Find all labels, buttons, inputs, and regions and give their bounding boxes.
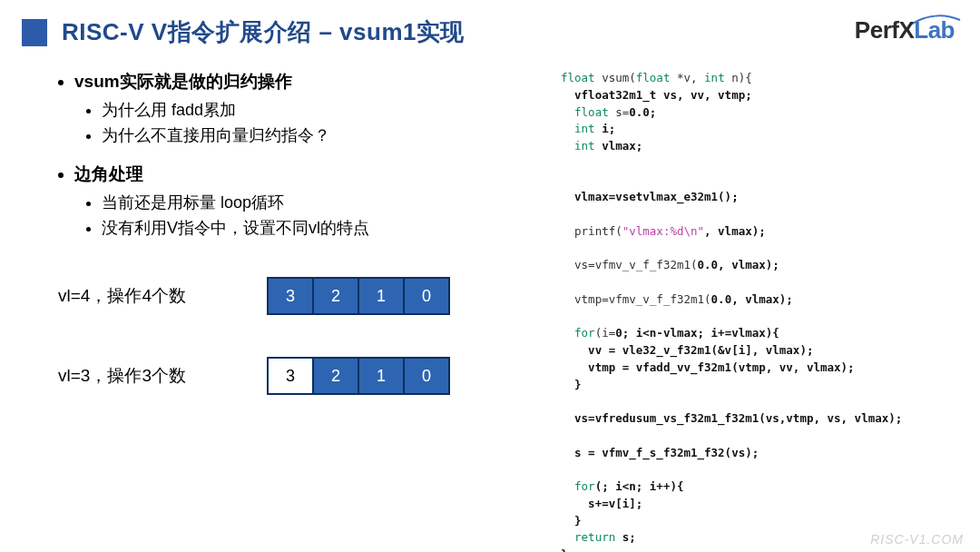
bullet-2a: 当前还是用标量 loop循环: [102, 192, 539, 213]
cell: 1: [359, 279, 405, 313]
cell: 2: [314, 279, 359, 313]
cell: 0: [405, 279, 448, 313]
title-accent: [22, 19, 47, 46]
bullet-2: 边角处理 当前还是用标量 loop循环 没有利用V指令中，设置不同vl的特点: [74, 163, 539, 239]
vl3-row: vl=3，操作3个数 3 2 1 0: [58, 357, 539, 395]
vl4-row: vl=4，操作4个数 3 2 1 0: [58, 277, 539, 315]
watermark: RISC-V1.COM: [870, 532, 964, 547]
vl4-label: vl=4，操作4个数: [58, 284, 267, 308]
cell: 3: [269, 279, 314, 313]
bullet-2b: 没有利用V指令中，设置不同vl的特点: [102, 217, 539, 239]
cell: 2: [314, 359, 359, 393]
cell: 3: [269, 359, 314, 393]
perfxlab-logo: PerfXLab: [855, 16, 955, 44]
bullet-1a: 为什么用 fadd累加: [102, 99, 539, 121]
bullet-list: vsum实际就是做的归约操作 为什么用 fadd累加 为什么不直接用向量归约指令…: [58, 70, 539, 239]
vl3-label: vl=3，操作3个数: [58, 364, 267, 388]
cell: 0: [405, 359, 448, 393]
slide-title: RISC-V V指令扩展介绍 – vsum1实现: [62, 16, 465, 48]
bullet-1: vsum实际就是做的归约操作 为什么用 fadd累加 为什么不直接用向量归约指令…: [74, 70, 539, 146]
bullet-1b: 为什么不直接用向量归约指令？: [102, 124, 539, 146]
cell: 1: [359, 359, 405, 393]
code-block: float vsum(float *v, int n){ vfloat32m1_…: [561, 70, 955, 552]
